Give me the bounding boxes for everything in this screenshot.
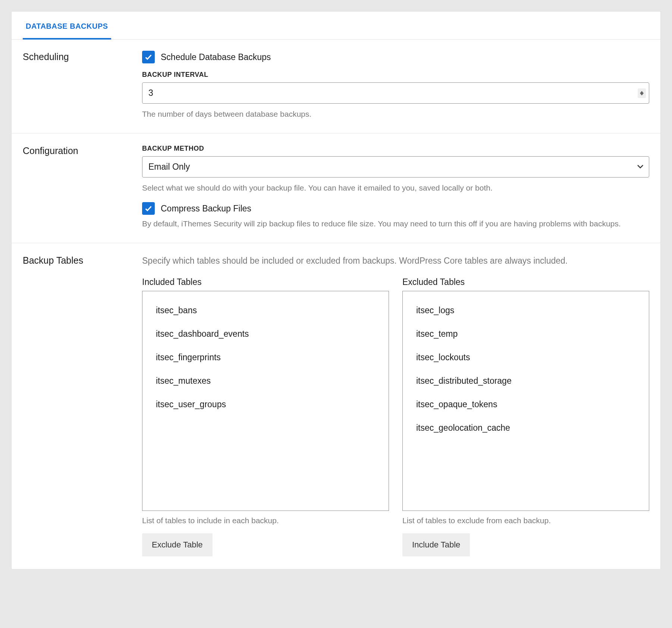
list-item[interactable]: itsec_opaque_tokens [412, 393, 640, 416]
compress-checkbox[interactable] [142, 202, 155, 215]
list-item[interactable]: itsec_dashboard_events [151, 322, 380, 346]
list-item[interactable]: itsec_lockouts [412, 346, 640, 369]
list-item[interactable]: itsec_logs [412, 299, 640, 322]
list-item[interactable]: itsec_fingerprints [151, 346, 380, 369]
check-icon [144, 53, 153, 61]
schedule-checkbox-row: Schedule Database Backups [142, 51, 649, 63]
include-table-button[interactable]: Include Table [402, 533, 470, 556]
number-spinner[interactable] [638, 88, 646, 98]
section-backup-tables: Backup Tables Specify which tables shoul… [12, 243, 660, 569]
backup-interval-help: The number of days between database back… [142, 108, 649, 120]
settings-panel: DATABASE BACKUPS Scheduling Schedule Dat… [11, 11, 661, 569]
list-item[interactable]: itsec_geolocation_cache [412, 416, 640, 440]
section-title-backup-tables: Backup Tables [23, 254, 127, 557]
backup-interval-label: BACKUP INTERVAL [142, 71, 649, 79]
schedule-checkbox[interactable] [142, 51, 155, 63]
exclude-table-button[interactable]: Exclude Table [142, 533, 213, 556]
backup-method-label: BACKUP METHOD [142, 145, 649, 153]
excluded-tables-column: Excluded Tables itsec_logsitsec_tempitse… [402, 277, 649, 556]
section-configuration: Configuration BACKUP METHOD Email Only S… [12, 134, 660, 243]
schedule-checkbox-label: Schedule Database Backups [161, 52, 271, 62]
excluded-tables-help: List of tables to exclude from each back… [402, 516, 649, 525]
list-item[interactable]: itsec_temp [412, 322, 640, 346]
list-item[interactable]: itsec_distributed_storage [412, 369, 640, 393]
section-scheduling: Scheduling Schedule Database Backups BAC… [12, 40, 660, 134]
tab-database-backups[interactable]: DATABASE BACKUPS [23, 12, 111, 40]
included-tables-help: List of tables to include in each backup… [142, 516, 389, 525]
list-item[interactable]: itsec_bans [151, 299, 380, 322]
excluded-tables-listbox[interactable]: itsec_logsitsec_tempitsec_lockoutsitsec_… [402, 291, 649, 511]
list-item[interactable]: itsec_user_groups [151, 393, 380, 416]
section-title-configuration: Configuration [23, 145, 127, 230]
backup-interval-input[interactable] [142, 83, 649, 103]
check-icon [144, 204, 153, 213]
backup-interval-input-wrapper [142, 82, 649, 104]
backup-method-value: Email Only [142, 157, 649, 177]
included-tables-heading: Included Tables [142, 277, 389, 287]
chevron-down-icon [640, 93, 644, 95]
compress-checkbox-row: Compress Backup Files [142, 202, 649, 215]
backup-method-select[interactable]: Email Only [142, 156, 649, 178]
compress-checkbox-label: Compress Backup Files [161, 204, 251, 214]
included-tables-column: Included Tables itsec_bansitsec_dashboar… [142, 277, 389, 556]
backup-tables-description: Specify which tables should be included … [142, 254, 649, 268]
included-tables-listbox[interactable]: itsec_bansitsec_dashboard_eventsitsec_fi… [142, 291, 389, 511]
backup-method-help: Select what we should do with your backu… [142, 182, 649, 194]
compress-help: By default, iThemes Security will zip ba… [142, 218, 649, 230]
section-title-scheduling: Scheduling [23, 51, 127, 120]
list-item[interactable]: itsec_mutexes [151, 369, 380, 393]
excluded-tables-heading: Excluded Tables [402, 277, 649, 287]
tabs-bar: DATABASE BACKUPS [12, 12, 660, 40]
